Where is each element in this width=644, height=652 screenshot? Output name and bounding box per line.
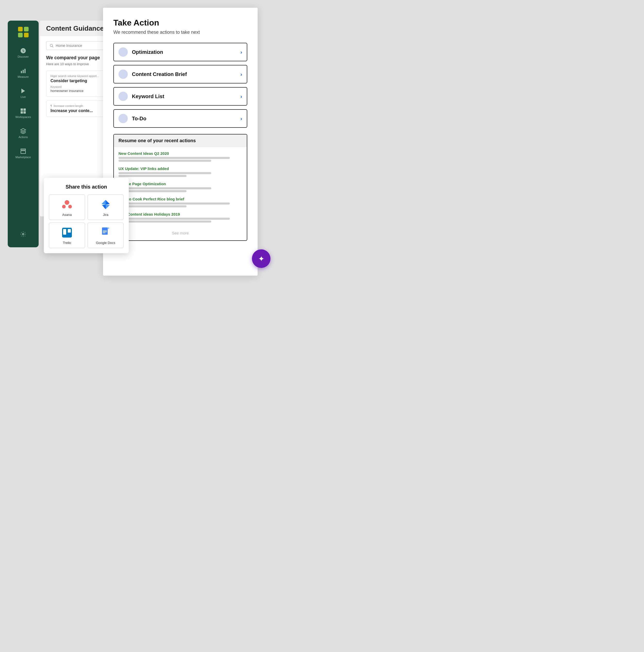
panel-title: Take Action: [113, 18, 247, 28]
content-creation-label: Content Creation Brief: [132, 71, 236, 77]
magic-icon: ✦: [258, 254, 265, 263]
svg-rect-7: [23, 111, 26, 114]
keyword-list-icon: [118, 92, 128, 101]
content-creation-chevron: ›: [240, 71, 242, 77]
recent-item-bar-4a: [118, 202, 230, 205]
share-title: Share this action: [49, 184, 124, 190]
suggestion-keyword-col: Keyword homeowner insurance: [51, 85, 83, 93]
list-item[interactable]: New Content ideas Holidays 2019: [118, 212, 242, 223]
share-item-asana[interactable]: Asana: [49, 194, 85, 220]
bg-panel-title: Content Guidance: [46, 25, 104, 32]
sidebar-item-live[interactable]: Live: [8, 85, 38, 101]
app-logo: [17, 26, 29, 38]
list-item[interactable]: New Content Ideas Q2 2020: [118, 151, 242, 162]
recent-item-bar-1b: [118, 160, 211, 162]
list-item[interactable]: UX Update: VIP links added: [118, 166, 242, 177]
svg-rect-20: [103, 232, 107, 232]
workspaces-icon: [20, 108, 27, 114]
asana-label: Asana: [62, 213, 72, 217]
svg-rect-18: [108, 227, 109, 229]
svg-point-13: [68, 205, 72, 209]
recent-item-title-3: Recipe Page Optimization: [118, 182, 242, 186]
svg-rect-6: [21, 111, 23, 114]
svg-rect-2: [23, 70, 24, 73]
recent-item-bar-5a: [118, 218, 230, 220]
recent-item-title-1: New Content Ideas Q2 2020: [118, 151, 242, 156]
share-item-google-docs[interactable]: Google Docs: [87, 223, 124, 248]
svg-rect-19: [103, 230, 107, 231]
content-creation-icon: [118, 70, 128, 79]
actions-icon: [20, 128, 27, 134]
sidebar-item-settings[interactable]: [8, 229, 38, 240]
actions-label: Actions: [19, 136, 28, 139]
keyword-list-label: Keyword List: [132, 93, 236, 100]
keyword-label: Keyword: [51, 85, 83, 88]
action-item-optimization[interactable]: Optimization ›: [113, 43, 247, 61]
svg-line-10: [52, 46, 53, 47]
sidebar-item-workspaces[interactable]: Workspaces: [8, 106, 38, 120]
todo-icon: [118, 114, 128, 123]
sidebar-item-discover[interactable]: Discover: [8, 45, 38, 60]
jira-label: Jira: [103, 213, 108, 217]
svg-point-12: [62, 205, 66, 209]
svg-point-9: [50, 44, 53, 47]
share-grid: Asana Jira: [49, 194, 124, 248]
sidebar-item-marketplace[interactable]: Marketplace: [8, 146, 38, 161]
recent-item-bar-3a: [118, 187, 211, 189]
see-more[interactable]: See more: [118, 227, 242, 236]
trello-label: Trello: [63, 241, 71, 245]
google-docs-label: Google Docs: [96, 241, 115, 245]
action-item-content-creation[interactable]: Content Creation Brief ›: [113, 65, 247, 83]
optimization-chevron: ›: [240, 49, 242, 55]
action-item-todo[interactable]: To-Do ›: [113, 109, 247, 128]
recent-item-bar-2b: [118, 175, 187, 177]
svg-point-11: [65, 200, 69, 205]
panel-subtitle: We recommend these actions to take next: [113, 30, 247, 35]
svg-rect-1: [21, 71, 22, 73]
recent-item-title-5: New Content ideas Holidays 2019: [118, 212, 242, 216]
recent-item-bar-5b: [118, 220, 211, 223]
action-item-keyword-list[interactable]: Keyword List ›: [113, 87, 247, 106]
list-item[interactable]: Recipe Page Optimization: [118, 182, 242, 192]
recent-item-bar-1a: [118, 157, 230, 159]
optimization-label: Optimization: [132, 49, 236, 55]
svg-rect-21: [103, 233, 105, 233]
svg-rect-16: [68, 229, 71, 233]
sidebar: Discover Measure Live Workspaces Actions…: [8, 21, 38, 247]
recent-item-title-4: How to Cook Perfect Rice blog brief: [118, 197, 242, 201]
gear-icon: [20, 231, 27, 238]
todo-chevron: ›: [240, 116, 242, 121]
discover-icon: [20, 47, 27, 54]
sidebar-item-measure[interactable]: Measure: [8, 65, 38, 80]
recent-item-bar-2a: [118, 172, 211, 174]
magic-button[interactable]: ✦: [252, 249, 270, 268]
svg-rect-4: [21, 108, 23, 111]
share-item-trello[interactable]: Trello: [49, 223, 85, 248]
asana-icon: [61, 199, 73, 210]
recent-header: Resume one of your recent actions: [114, 134, 247, 147]
logo-dot-3: [18, 33, 23, 37]
logo-dot-1: [18, 27, 23, 31]
discover-label: Discover: [18, 55, 29, 58]
list-item[interactable]: How to Cook Perfect Rice blog brief: [118, 197, 242, 207]
logo-dot-2: [24, 27, 29, 31]
increase-icon: ¶: [51, 104, 52, 107]
marketplace-label: Marketplace: [16, 156, 31, 159]
search-icon: [50, 44, 54, 48]
jira-icon: [100, 199, 111, 210]
share-popup: Share this action Asana: [44, 178, 129, 253]
optimization-icon: [118, 47, 128, 57]
recent-section: Resume one of your recent actions New Co…: [113, 134, 247, 241]
logo-dot-4: [24, 33, 29, 37]
search-input[interactable]: [56, 44, 101, 48]
sidebar-item-actions[interactable]: Actions: [8, 126, 38, 141]
trello-icon: [61, 227, 73, 238]
measure-label: Measure: [18, 75, 29, 78]
svg-rect-15: [63, 229, 66, 235]
svg-rect-3: [25, 69, 26, 73]
measure-icon: [20, 67, 27, 74]
recent-list: New Content Ideas Q2 2020 UX Update: VIP…: [114, 147, 247, 240]
todo-label: To-Do: [132, 116, 236, 121]
keyword-list-chevron: ›: [240, 93, 242, 100]
share-item-jira[interactable]: Jira: [87, 194, 124, 220]
